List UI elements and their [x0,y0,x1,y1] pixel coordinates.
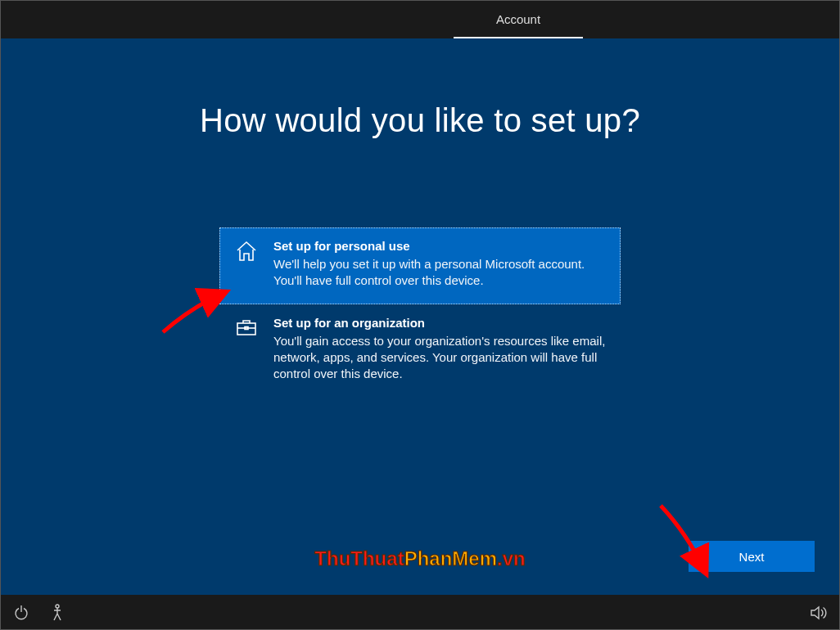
home-icon [234,239,259,290]
accessibility-icon[interactable] [48,604,66,622]
svg-point-3 [56,605,59,608]
setup-options: Set up for personal use We'll help you s… [219,227,621,397]
setup-stage-tabs: Account [1,1,839,38]
option-organization[interactable]: Set up for an organization You'll gain a… [219,304,621,398]
option-description: We'll help you set it up with a personal… [273,256,606,290]
power-icon[interactable] [12,604,30,622]
watermark-part: .vn [497,547,526,569]
option-title: Set up for personal use [273,239,606,253]
watermark-part: ThuThuat [314,547,404,569]
briefcase-icon [234,316,259,383]
next-button[interactable]: Next [689,541,815,572]
bottom-toolbar [1,595,839,630]
watermark-part: PhanMem [404,547,497,569]
page-title: How would you like to set up? [1,102,839,139]
tab-label: Account [496,12,540,26]
option-description: You'll gain access to your organization'… [273,333,606,383]
option-personal-use[interactable]: Set up for personal use We'll help you s… [219,227,621,304]
option-title: Set up for an organization [273,316,606,330]
main-content: How would you like to set up? Set up for… [1,38,839,595]
watermark: ThuThuatPhanMem.vn [314,547,525,570]
tab-account[interactable]: Account [454,1,583,38]
volume-icon[interactable] [810,604,828,622]
